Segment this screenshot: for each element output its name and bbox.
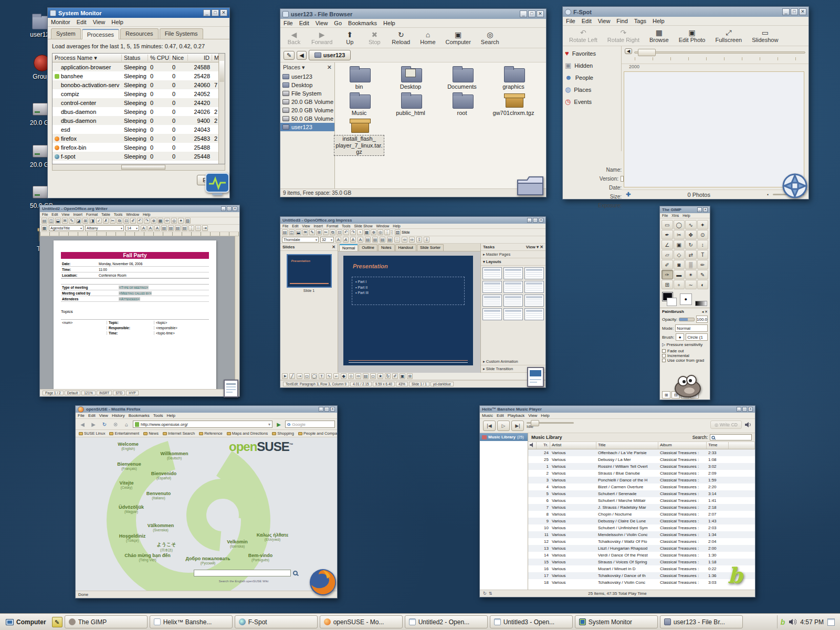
track-row[interactable]: 14 Various Verdi / Dance Of the Priest C… bbox=[528, 552, 755, 559]
slide-canvas[interactable]: Presentation • Part I• Part II• Part III bbox=[338, 251, 480, 373]
autospell-icon[interactable]: ✗ bbox=[103, 218, 109, 224]
brush-preview[interactable]: ● bbox=[680, 293, 692, 305]
menu-item[interactable]: Find bbox=[616, 18, 627, 24]
font-size-combo[interactable]: 32▾ bbox=[320, 237, 334, 243]
dodge-burn-tool[interactable]: ◐ bbox=[697, 280, 709, 289]
stop-button[interactable]: ⊗ bbox=[111, 420, 120, 428]
menu-item[interactable]: Help bbox=[166, 413, 175, 418]
menu-item[interactable]: Tags bbox=[634, 18, 646, 24]
align-center-icon[interactable]: ▤ bbox=[168, 225, 174, 231]
hyperlink-icon[interactable]: ⊕ bbox=[151, 218, 156, 224]
track-row[interactable]: 15 Various Strauss / Voices Of Spring Cl… bbox=[528, 559, 755, 565]
place-item[interactable]: 20.0 GB Volume bbox=[280, 98, 334, 106]
sidebar-item[interactable]: ◷ Events bbox=[565, 98, 619, 106]
page-preview-icon[interactable]: ◨ bbox=[89, 218, 95, 224]
checkbox[interactable] bbox=[662, 359, 666, 362]
slide-thumbnail[interactable]: Presentation bbox=[287, 254, 332, 288]
repeat-icon[interactable]: ↻ bbox=[483, 591, 487, 596]
save-icon[interactable]: ⬓ bbox=[55, 218, 61, 224]
minimize-button[interactable]: _ bbox=[203, 9, 211, 16]
view-tab[interactable]: Slide Sorter bbox=[417, 244, 444, 251]
path-button[interactable]: user123 bbox=[309, 50, 351, 60]
cut-icon[interactable]: ✂ bbox=[110, 218, 116, 224]
copy-icon[interactable]: ⧉ bbox=[330, 229, 335, 235]
toolbar-button[interactable]: ↶Rotate Left bbox=[565, 27, 602, 45]
taskbar-window-button[interactable]: The GIMP bbox=[65, 615, 148, 628]
zoom-out-icon[interactable]: ▪ bbox=[767, 192, 769, 197]
bookmark-item[interactable]: SUSE Linux bbox=[79, 431, 105, 436]
menu-item[interactable]: Tools bbox=[114, 213, 122, 216]
line-icon[interactable]: ╱ bbox=[289, 373, 295, 379]
airbrush-tool[interactable]: ✴ bbox=[685, 270, 697, 279]
maximize-button[interactable]: □ bbox=[742, 407, 747, 412]
toolbar-button[interactable]: ◀Back bbox=[282, 29, 306, 47]
menu-item[interactable]: Edit bbox=[88, 413, 96, 418]
print-icon[interactable]: ⊞ bbox=[82, 218, 88, 224]
track-row[interactable]: 11 Various Mendelssohn / Violin Conc Cla… bbox=[528, 531, 755, 538]
close-button[interactable]: ✕ bbox=[220, 9, 227, 16]
photo-view[interactable] bbox=[624, 71, 804, 187]
minimize-button[interactable]: _ bbox=[319, 407, 323, 412]
tab[interactable]: Processes bbox=[82, 29, 119, 39]
close-sidebar-icon[interactable]: ✕ bbox=[327, 64, 332, 71]
tasks-view-menu[interactable]: View ▾ ✕ bbox=[526, 245, 543, 249]
sidebar-item[interactable]: ♥ Favorites bbox=[565, 49, 619, 57]
justify-icon[interactable]: ▤ bbox=[387, 237, 393, 243]
align-left-icon[interactable]: ▤ bbox=[161, 225, 167, 231]
minimize-button[interactable]: _ bbox=[697, 207, 702, 212]
move-tool[interactable]: ✥ bbox=[685, 230, 697, 239]
section-master-pages[interactable]: ▸ Master Pages bbox=[481, 251, 545, 258]
track-row[interactable]: 10 Various Schubert / Unfinished Sym Cla… bbox=[528, 524, 755, 531]
close-button[interactable]: ✕ bbox=[537, 10, 544, 17]
open-icon[interactable]: ◫ bbox=[289, 229, 295, 235]
close-button[interactable]: ✕ bbox=[703, 207, 708, 212]
arrange-icon[interactable]: ▣ bbox=[400, 373, 405, 379]
bucket-fill-tool[interactable]: ◙ bbox=[674, 260, 685, 269]
process-row[interactable]: dbus-daemon Sleeping 0 0 24026 2 bbox=[52, 107, 225, 116]
ruler[interactable] bbox=[40, 232, 239, 236]
wiki-search-input[interactable] bbox=[194, 570, 291, 576]
toolbar-button[interactable]: ◎Search bbox=[477, 29, 503, 47]
sidebar-item[interactable]: ◍ Places bbox=[565, 86, 619, 93]
view-tab[interactable]: Outline bbox=[359, 244, 377, 251]
gallery-icon[interactable]: ▨ bbox=[185, 218, 191, 224]
ink-tool[interactable]: ✎ bbox=[697, 270, 709, 279]
menu-item[interactable]: Window bbox=[376, 224, 389, 228]
toolbar-button[interactable]: ⌂Home bbox=[416, 29, 439, 47]
toolbar-button[interactable]: ↷Rotate Right bbox=[603, 27, 644, 45]
checkbox-option[interactable]: Use color from grad bbox=[662, 358, 708, 363]
align-center-icon[interactable]: ▤ bbox=[372, 237, 378, 243]
maximize-button[interactable]: □ bbox=[528, 10, 536, 17]
demote-icon[interactable]: ⇨ bbox=[409, 237, 415, 243]
fuzzy-select-tool[interactable]: ✦ bbox=[697, 220, 709, 229]
select-icon[interactable]: ➤ bbox=[282, 373, 288, 379]
menu-item[interactable]: Help bbox=[393, 224, 400, 228]
process-row[interactable]: f-spot Sleeping 0 0 25448 bbox=[52, 152, 225, 161]
track-row[interactable]: 9 Various Debussy / Claire De Lune Class… bbox=[528, 518, 755, 524]
process-row[interactable]: bonobo-activation-serv Sleeping 0 0 2406… bbox=[52, 80, 225, 89]
process-table-header[interactable]: Process Name ▾ Status % CPU Nice ID M bbox=[52, 54, 225, 62]
writer-vscrollbar[interactable] bbox=[235, 236, 239, 389]
taskbar-window-button[interactable]: F-Spot bbox=[235, 615, 318, 628]
maximize-button[interactable]: □ bbox=[791, 8, 798, 15]
file-item[interactable]: gw701clnxm.tgz bbox=[488, 90, 539, 117]
bullets-icon[interactable]: ∷ bbox=[394, 237, 400, 243]
arrow-icon[interactable]: ➝ bbox=[297, 373, 302, 379]
pressure-expander[interactable]: ▷ Pressure sensitivity bbox=[662, 342, 708, 347]
toolbar-button[interactable]: ▣Computer bbox=[442, 29, 475, 47]
move-down-icon[interactable]: ⇩ bbox=[424, 237, 429, 243]
menu-item[interactable]: Insert bbox=[313, 224, 323, 228]
track-row[interactable]: 1 Various Rossini / William Tell Overt C… bbox=[528, 463, 755, 470]
ellipse-select-tool[interactable]: ◯ bbox=[674, 220, 685, 229]
bookmark-item[interactable]: People and Companies bbox=[298, 431, 337, 436]
toolbar-button[interactable]: ▦Browse bbox=[645, 27, 673, 45]
menu-item[interactable]: View bbox=[316, 20, 328, 26]
go-button[interactable]: ▶ bbox=[274, 420, 284, 428]
flowchart-icon[interactable]: ▤ bbox=[363, 373, 369, 379]
block-arrows-icon[interactable]: ⇨ bbox=[355, 373, 361, 379]
track-row[interactable]: 7 Various J. Strauss / Radetsky Mar Clas… bbox=[528, 504, 755, 511]
menu-item[interactable]: Help bbox=[383, 20, 395, 26]
search-bar[interactable]: GGoogle bbox=[285, 421, 335, 428]
ellipse-icon[interactable]: ◯ bbox=[311, 373, 317, 379]
place-item[interactable]: user123 bbox=[280, 123, 334, 131]
